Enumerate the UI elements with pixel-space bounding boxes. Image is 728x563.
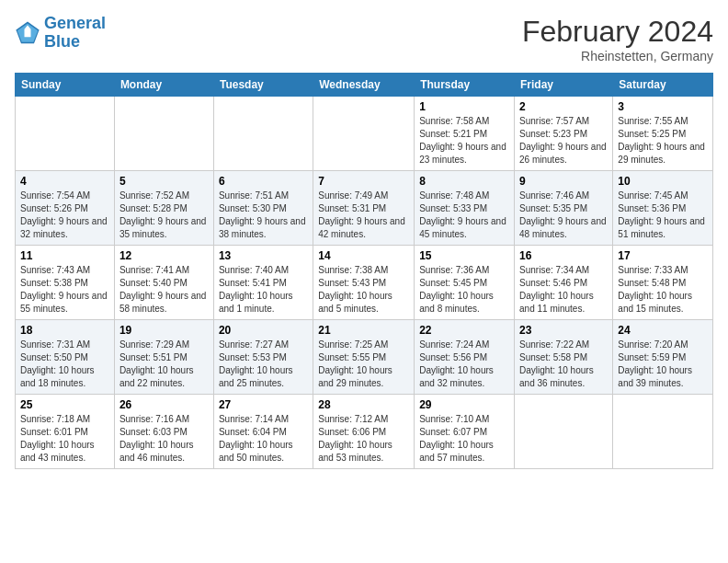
calendar-day-cell: 26Sunrise: 7:16 AM Sunset: 6:03 PM Dayli… <box>114 395 213 469</box>
calendar-day-cell: 6Sunrise: 7:51 AM Sunset: 5:30 PM Daylig… <box>213 171 313 246</box>
day-info: Sunrise: 7:27 AM Sunset: 5:53 PM Dayligh… <box>219 339 308 390</box>
page-header: General Blue February 2024 Rheinstetten,… <box>15 15 713 63</box>
calendar-day-cell: 15Sunrise: 7:36 AM Sunset: 5:45 PM Dayli… <box>415 246 515 320</box>
title-block: February 2024 Rheinstetten, Germany <box>522 15 713 63</box>
day-info: Sunrise: 7:33 AM Sunset: 5:48 PM Dayligh… <box>618 264 708 316</box>
day-number: 18 <box>20 324 109 337</box>
weekday-header: Thursday <box>415 74 515 97</box>
calendar-day-cell: 20Sunrise: 7:27 AM Sunset: 5:53 PM Dayli… <box>213 320 313 395</box>
logo-icon <box>15 20 40 46</box>
calendar-day-cell: 22Sunrise: 7:24 AM Sunset: 5:56 PM Dayli… <box>415 320 515 395</box>
calendar-day-cell: 12Sunrise: 7:41 AM Sunset: 5:40 PM Dayli… <box>114 246 213 320</box>
day-info: Sunrise: 7:58 AM Sunset: 5:21 PM Dayligh… <box>419 115 509 167</box>
calendar-day-cell: 16Sunrise: 7:34 AM Sunset: 5:46 PM Dayli… <box>515 246 613 320</box>
day-info: Sunrise: 7:12 AM Sunset: 6:06 PM Dayligh… <box>318 413 409 465</box>
calendar-day-cell <box>213 97 313 171</box>
day-number: 2 <box>519 100 608 113</box>
weekday-header: Sunday <box>16 74 115 97</box>
calendar-day-cell: 8Sunrise: 7:48 AM Sunset: 5:33 PM Daylig… <box>415 171 515 246</box>
calendar-day-cell: 7Sunrise: 7:49 AM Sunset: 5:31 PM Daylig… <box>313 171 415 246</box>
calendar-week-row: 4Sunrise: 7:54 AM Sunset: 5:26 PM Daylig… <box>16 171 713 246</box>
calendar-day-cell: 21Sunrise: 7:25 AM Sunset: 5:55 PM Dayli… <box>313 320 415 395</box>
calendar-day-cell: 29Sunrise: 7:10 AM Sunset: 6:07 PM Dayli… <box>415 395 515 469</box>
calendar-week-row: 25Sunrise: 7:18 AM Sunset: 6:01 PM Dayli… <box>16 395 713 469</box>
weekday-header: Monday <box>114 74 213 97</box>
day-number: 15 <box>419 249 509 262</box>
calendar-day-cell <box>515 395 613 469</box>
calendar-day-cell: 28Sunrise: 7:12 AM Sunset: 6:06 PM Dayli… <box>313 395 415 469</box>
day-number: 12 <box>119 249 209 262</box>
calendar-day-cell: 11Sunrise: 7:43 AM Sunset: 5:38 PM Dayli… <box>16 246 115 320</box>
calendar-day-cell: 27Sunrise: 7:14 AM Sunset: 6:04 PM Dayli… <box>213 395 313 469</box>
day-info: Sunrise: 7:57 AM Sunset: 5:23 PM Dayligh… <box>519 115 608 167</box>
day-info: Sunrise: 7:46 AM Sunset: 5:35 PM Dayligh… <box>519 190 608 241</box>
day-number: 17 <box>618 249 708 262</box>
weekday-header-row: SundayMondayTuesdayWednesdayThursdayFrid… <box>16 74 713 97</box>
calendar-day-cell: 19Sunrise: 7:29 AM Sunset: 5:51 PM Dayli… <box>114 320 213 395</box>
day-info: Sunrise: 7:16 AM Sunset: 6:03 PM Dayligh… <box>119 413 209 465</box>
day-number: 4 <box>20 175 109 188</box>
day-info: Sunrise: 7:51 AM Sunset: 5:30 PM Dayligh… <box>219 190 308 241</box>
day-info: Sunrise: 7:20 AM Sunset: 5:59 PM Dayligh… <box>618 339 708 390</box>
day-info: Sunrise: 7:22 AM Sunset: 5:58 PM Dayligh… <box>519 339 608 390</box>
day-number: 1 <box>419 100 509 113</box>
weekday-header: Tuesday <box>213 74 313 97</box>
day-number: 9 <box>519 175 608 188</box>
day-number: 11 <box>20 249 109 262</box>
day-info: Sunrise: 7:55 AM Sunset: 5:25 PM Dayligh… <box>618 115 708 167</box>
day-number: 28 <box>318 398 409 411</box>
day-number: 22 <box>419 324 509 337</box>
calendar-week-row: 1Sunrise: 7:58 AM Sunset: 5:21 PM Daylig… <box>16 97 713 171</box>
day-info: Sunrise: 7:38 AM Sunset: 5:43 PM Dayligh… <box>318 264 409 316</box>
day-number: 27 <box>219 398 308 411</box>
day-info: Sunrise: 7:41 AM Sunset: 5:40 PM Dayligh… <box>119 264 209 316</box>
day-number: 20 <box>219 324 308 337</box>
day-number: 24 <box>618 324 708 337</box>
day-number: 25 <box>20 398 109 411</box>
calendar-day-cell: 13Sunrise: 7:40 AM Sunset: 5:41 PM Dayli… <box>213 246 313 320</box>
day-number: 3 <box>618 100 708 113</box>
weekday-header: Wednesday <box>313 74 415 97</box>
logo-text: General Blue <box>44 15 106 52</box>
day-info: Sunrise: 7:24 AM Sunset: 5:56 PM Dayligh… <box>419 339 509 390</box>
day-number: 23 <box>519 324 608 337</box>
calendar-day-cell <box>613 395 713 469</box>
day-info: Sunrise: 7:31 AM Sunset: 5:50 PM Dayligh… <box>20 339 109 390</box>
calendar-week-row: 18Sunrise: 7:31 AM Sunset: 5:50 PM Dayli… <box>16 320 713 395</box>
calendar-day-cell: 24Sunrise: 7:20 AM Sunset: 5:59 PM Dayli… <box>613 320 713 395</box>
day-info: Sunrise: 7:10 AM Sunset: 6:07 PM Dayligh… <box>419 413 509 465</box>
calendar-day-cell: 18Sunrise: 7:31 AM Sunset: 5:50 PM Dayli… <box>16 320 115 395</box>
calendar-day-cell <box>114 97 213 171</box>
day-info: Sunrise: 7:36 AM Sunset: 5:45 PM Dayligh… <box>419 264 509 316</box>
calendar-day-cell: 1Sunrise: 7:58 AM Sunset: 5:21 PM Daylig… <box>415 97 515 171</box>
day-info: Sunrise: 7:29 AM Sunset: 5:51 PM Dayligh… <box>119 339 209 390</box>
day-info: Sunrise: 7:54 AM Sunset: 5:26 PM Dayligh… <box>20 190 109 241</box>
location: Rheinstetten, Germany <box>522 49 713 63</box>
day-info: Sunrise: 7:48 AM Sunset: 5:33 PM Dayligh… <box>419 190 509 241</box>
day-number: 19 <box>119 324 209 337</box>
calendar-day-cell: 9Sunrise: 7:46 AM Sunset: 5:35 PM Daylig… <box>515 171 613 246</box>
day-info: Sunrise: 7:25 AM Sunset: 5:55 PM Dayligh… <box>318 339 409 390</box>
day-number: 26 <box>119 398 209 411</box>
day-info: Sunrise: 7:49 AM Sunset: 5:31 PM Dayligh… <box>318 190 409 241</box>
calendar-day-cell: 2Sunrise: 7:57 AM Sunset: 5:23 PM Daylig… <box>515 97 613 171</box>
day-number: 29 <box>419 398 509 411</box>
day-info: Sunrise: 7:14 AM Sunset: 6:04 PM Dayligh… <box>219 413 308 465</box>
calendar-day-cell <box>313 97 415 171</box>
day-number: 10 <box>618 175 708 188</box>
weekday-header: Saturday <box>613 74 713 97</box>
day-number: 6 <box>219 175 308 188</box>
day-info: Sunrise: 7:52 AM Sunset: 5:28 PM Dayligh… <box>119 190 209 241</box>
weekday-header: Friday <box>515 74 613 97</box>
day-number: 16 <box>519 249 608 262</box>
day-number: 14 <box>318 249 409 262</box>
calendar-week-row: 11Sunrise: 7:43 AM Sunset: 5:38 PM Dayli… <box>16 246 713 320</box>
day-info: Sunrise: 7:18 AM Sunset: 6:01 PM Dayligh… <box>20 413 109 465</box>
day-number: 21 <box>318 324 409 337</box>
logo: General Blue <box>15 15 106 52</box>
calendar-table: SundayMondayTuesdayWednesdayThursdayFrid… <box>15 73 713 469</box>
day-number: 13 <box>219 249 308 262</box>
calendar-day-cell: 10Sunrise: 7:45 AM Sunset: 5:36 PM Dayli… <box>613 171 713 246</box>
calendar-day-cell: 14Sunrise: 7:38 AM Sunset: 5:43 PM Dayli… <box>313 246 415 320</box>
day-info: Sunrise: 7:45 AM Sunset: 5:36 PM Dayligh… <box>618 190 708 241</box>
